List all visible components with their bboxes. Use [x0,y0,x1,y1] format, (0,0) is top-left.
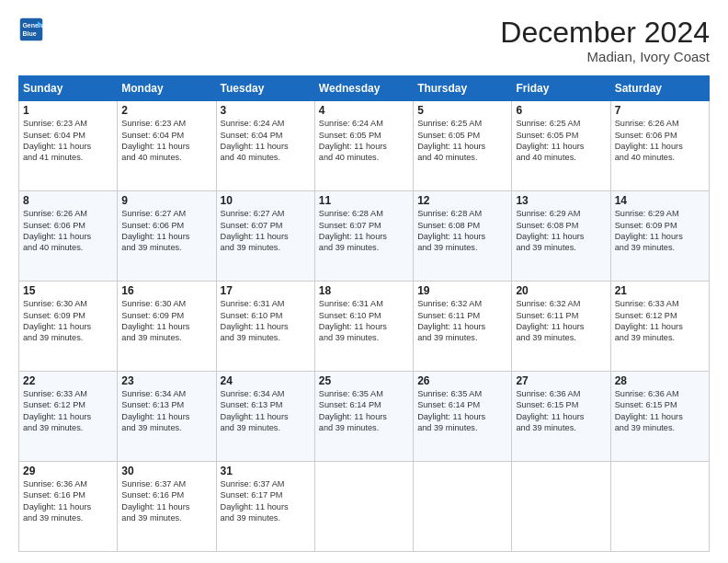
calendar-table: SundayMondayTuesdayWednesdayThursdayFrid… [18,75,710,552]
title-section: December 2024 Madian, Ivory Coast [500,17,710,64]
cell-text: Sunrise: 6:37 AMSunset: 6:16 PMDaylight:… [121,478,211,524]
day-number: 26 [417,374,507,387]
day-number: 16 [121,284,211,297]
calendar-cell: 22Sunrise: 6:33 AMSunset: 6:12 PMDayligh… [19,372,118,462]
calendar-cell: 16Sunrise: 6:30 AMSunset: 6:09 PMDayligh… [118,282,216,372]
day-number: 18 [319,284,409,297]
cell-text: Sunrise: 6:27 AMSunset: 6:06 PMDaylight:… [121,208,211,254]
day-number: 5 [417,104,507,117]
calendar-cell: 9Sunrise: 6:27 AMSunset: 6:06 PMDaylight… [118,191,216,282]
day-number: 28 [615,374,705,387]
calendar-cell: 4Sunrise: 6:24 AMSunset: 6:05 PMDaylight… [314,101,413,191]
day-number: 9 [121,194,211,207]
calendar-week-5: 29Sunrise: 6:36 AMSunset: 6:16 PMDayligh… [19,462,710,552]
cell-text: Sunrise: 6:32 AMSunset: 6:11 PMDaylight:… [516,298,606,344]
header-thursday: Thursday [414,76,512,101]
cell-text: Sunrise: 6:29 AMSunset: 6:08 PMDaylight:… [516,208,606,254]
calendar-cell: 5Sunrise: 6:25 AMSunset: 6:05 PMDaylight… [414,101,512,191]
day-number: 29 [23,465,113,477]
calendar-cell [414,462,512,552]
calendar-cell: 30Sunrise: 6:37 AMSunset: 6:16 PMDayligh… [118,462,216,552]
calendar-cell: 12Sunrise: 6:28 AMSunset: 6:08 PMDayligh… [414,191,512,282]
day-number: 17 [221,284,311,297]
day-number: 15 [23,284,113,297]
cell-text: Sunrise: 6:31 AMSunset: 6:10 PMDaylight:… [319,298,409,344]
day-number: 21 [615,284,705,297]
calendar-cell: 19Sunrise: 6:32 AMSunset: 6:11 PMDayligh… [414,282,512,372]
cell-text: Sunrise: 6:27 AMSunset: 6:07 PMDaylight:… [221,208,311,254]
calendar-cell: 10Sunrise: 6:27 AMSunset: 6:07 PMDayligh… [216,191,314,282]
calendar-cell [314,462,413,552]
calendar-cell: 8Sunrise: 6:26 AMSunset: 6:06 PMDaylight… [19,191,118,282]
day-number: 3 [221,104,311,117]
calendar-cell: 14Sunrise: 6:29 AMSunset: 6:09 PMDayligh… [610,191,709,282]
calendar-cell: 26Sunrise: 6:35 AMSunset: 6:14 PMDayligh… [414,372,512,462]
cell-text: Sunrise: 6:35 AMSunset: 6:14 PMDaylight:… [319,388,409,434]
calendar-week-4: 22Sunrise: 6:33 AMSunset: 6:12 PMDayligh… [19,372,710,462]
day-number: 12 [417,194,507,207]
header-tuesday: Tuesday [216,76,314,101]
svg-text:Blue: Blue [22,30,36,37]
main-title: December 2024 [500,17,710,49]
calendar-cell [512,462,610,552]
day-number: 11 [319,194,409,207]
header-wednesday: Wednesday [314,76,413,101]
cell-text: Sunrise: 6:36 AMSunset: 6:15 PMDaylight:… [516,388,606,434]
header-monday: Monday [118,76,216,101]
calendar-cell: 24Sunrise: 6:34 AMSunset: 6:13 PMDayligh… [216,372,314,462]
calendar-cell: 7Sunrise: 6:26 AMSunset: 6:06 PMDaylight… [610,101,709,191]
calendar-cell: 6Sunrise: 6:25 AMSunset: 6:05 PMDaylight… [512,101,610,191]
logo-icon: General Blue [18,17,44,42]
calendar-cell: 18Sunrise: 6:31 AMSunset: 6:10 PMDayligh… [314,282,413,372]
cell-text: Sunrise: 6:31 AMSunset: 6:10 PMDaylight:… [221,298,311,344]
cell-text: Sunrise: 6:30 AMSunset: 6:09 PMDaylight:… [23,298,113,344]
cell-text: Sunrise: 6:30 AMSunset: 6:09 PMDaylight:… [121,298,211,344]
calendar-cell: 15Sunrise: 6:30 AMSunset: 6:09 PMDayligh… [19,282,118,372]
cell-text: Sunrise: 6:35 AMSunset: 6:14 PMDaylight:… [417,388,507,434]
cell-text: Sunrise: 6:24 AMSunset: 6:04 PMDaylight:… [221,118,311,164]
day-number: 23 [121,374,211,387]
calendar-cell: 27Sunrise: 6:36 AMSunset: 6:15 PMDayligh… [512,372,610,462]
calendar-cell: 21Sunrise: 6:33 AMSunset: 6:12 PMDayligh… [610,282,709,372]
day-number: 2 [121,104,211,117]
day-number: 4 [319,104,409,117]
day-number: 30 [121,465,211,477]
day-number: 7 [615,104,705,117]
day-number: 14 [615,194,705,207]
cell-text: Sunrise: 6:33 AMSunset: 6:12 PMDaylight:… [23,388,113,434]
day-number: 10 [221,194,311,207]
day-number: 8 [23,194,113,207]
day-number: 1 [23,104,113,117]
logo: General Blue [18,17,44,42]
header-sunday: Sunday [19,76,118,101]
cell-text: Sunrise: 6:29 AMSunset: 6:09 PMDaylight:… [615,208,705,254]
day-number: 31 [221,465,311,477]
calendar-week-1: 1Sunrise: 6:23 AMSunset: 6:04 PMDaylight… [19,101,710,191]
day-number: 24 [221,374,311,387]
calendar-cell: 23Sunrise: 6:34 AMSunset: 6:13 PMDayligh… [118,372,216,462]
calendar-cell: 25Sunrise: 6:35 AMSunset: 6:14 PMDayligh… [314,372,413,462]
calendar-cell: 1Sunrise: 6:23 AMSunset: 6:04 PMDaylight… [19,101,118,191]
cell-text: Sunrise: 6:25 AMSunset: 6:05 PMDaylight:… [516,118,606,164]
calendar-cell: 2Sunrise: 6:23 AMSunset: 6:04 PMDaylight… [118,101,216,191]
header-saturday: Saturday [610,76,709,101]
cell-text: Sunrise: 6:26 AMSunset: 6:06 PMDaylight:… [23,208,113,254]
calendar-week-2: 8Sunrise: 6:26 AMSunset: 6:06 PMDaylight… [19,191,710,282]
calendar-cell: 20Sunrise: 6:32 AMSunset: 6:11 PMDayligh… [512,282,610,372]
day-number: 25 [319,374,409,387]
cell-text: Sunrise: 6:36 AMSunset: 6:15 PMDaylight:… [615,388,705,434]
calendar-cell: 17Sunrise: 6:31 AMSunset: 6:10 PMDayligh… [216,282,314,372]
day-number: 22 [23,374,113,387]
calendar-cell: 31Sunrise: 6:37 AMSunset: 6:17 PMDayligh… [216,462,314,552]
cell-text: Sunrise: 6:26 AMSunset: 6:06 PMDaylight:… [615,118,705,164]
calendar-cell: 28Sunrise: 6:36 AMSunset: 6:15 PMDayligh… [610,372,709,462]
day-number: 20 [516,284,606,297]
cell-text: Sunrise: 6:28 AMSunset: 6:07 PMDaylight:… [319,208,409,254]
cell-text: Sunrise: 6:23 AMSunset: 6:04 PMDaylight:… [121,118,211,164]
header: General Blue December 2024 Madian, Ivory… [18,17,710,64]
calendar-body: 1Sunrise: 6:23 AMSunset: 6:04 PMDaylight… [19,101,710,552]
calendar-header-row: SundayMondayTuesdayWednesdayThursdayFrid… [19,76,710,101]
cell-text: Sunrise: 6:34 AMSunset: 6:13 PMDaylight:… [121,388,211,434]
cell-text: Sunrise: 6:36 AMSunset: 6:16 PMDaylight:… [23,478,113,524]
cell-text: Sunrise: 6:34 AMSunset: 6:13 PMDaylight:… [221,388,311,434]
